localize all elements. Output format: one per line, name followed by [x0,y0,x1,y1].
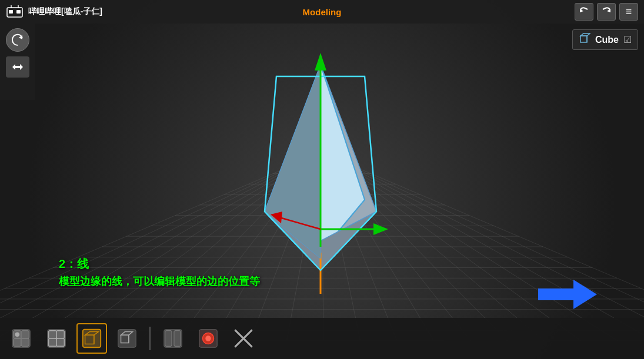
top-right-controls: ≡ [569,0,644,24]
blue-arrow-icon [538,277,597,312]
svg-marker-25 [580,33,590,36]
svg-rect-48 [174,331,181,347]
svg-rect-35 [56,331,64,338]
svg-marker-9 [315,53,326,71]
svg-rect-34 [49,331,56,338]
mode-label: Modeling [303,7,342,17]
bilibili-logo-icon [6,5,24,18]
face-mode-button[interactable] [76,323,107,354]
svg-rect-18 [9,10,13,14]
cube-icon [579,32,590,47]
rotate-icon [11,33,25,47]
top-bar: 哔哩哔哩[嗑瓜-子仁] Modeling ≡ [0,0,644,24]
object-checkbox[interactable]: ☑ [623,34,632,45]
close-icon [232,327,255,350]
rotate-button[interactable] [6,28,29,52]
annotation-line1: 2：线 [59,256,260,272]
redo-icon [600,6,612,18]
menu-button[interactable]: ≡ [619,3,638,21]
object-mode-button[interactable] [112,323,142,354]
svg-marker-20 [580,9,583,12]
split-view-button[interactable] [158,323,188,354]
svg-rect-31 [14,338,21,346]
toolbar-divider [149,327,151,350]
object-panel: Cube ☑ [572,29,638,50]
svg-marker-23 [12,64,23,70]
svg-marker-21 [607,9,610,12]
redo-button[interactable] [597,3,616,21]
svg-marker-6 [265,65,321,259]
undo-button[interactable] [575,3,593,21]
svg-point-29 [15,333,20,337]
svg-rect-19 [16,10,21,14]
svg-marker-11 [373,223,388,235]
svg-rect-47 [165,331,172,347]
undo-icon [578,6,590,18]
channel-name: 哔哩哔哩[嗑瓜-子仁] [28,6,102,17]
svg-marker-14 [538,280,597,309]
viewport[interactable] [0,0,644,359]
object-name-label: Cube [595,35,619,45]
edge-mode-button[interactable] [41,323,72,354]
left-panel [0,24,35,100]
annotation-overlay: 2：线 模型边缘的线，可以编辑模型的边的位置等 [59,256,260,288]
annotation-line2: 模型边缘的线，可以编辑模型的边的位置等 [59,274,260,288]
svg-rect-30 [21,331,29,338]
close-button[interactable] [228,323,259,354]
svg-point-51 [205,335,211,341]
pan-button[interactable] [6,56,29,78]
svg-rect-36 [49,338,56,346]
particle-button[interactable] [193,323,223,354]
svg-rect-32 [21,338,29,346]
pan-icon [9,60,26,74]
svg-rect-24 [580,36,587,42]
vertex-mode-button[interactable] [6,323,36,354]
svg-rect-37 [56,338,64,346]
bottom-toolbar [0,318,644,359]
title-area: 哔哩哔哩[嗑瓜-子仁] [0,5,108,18]
